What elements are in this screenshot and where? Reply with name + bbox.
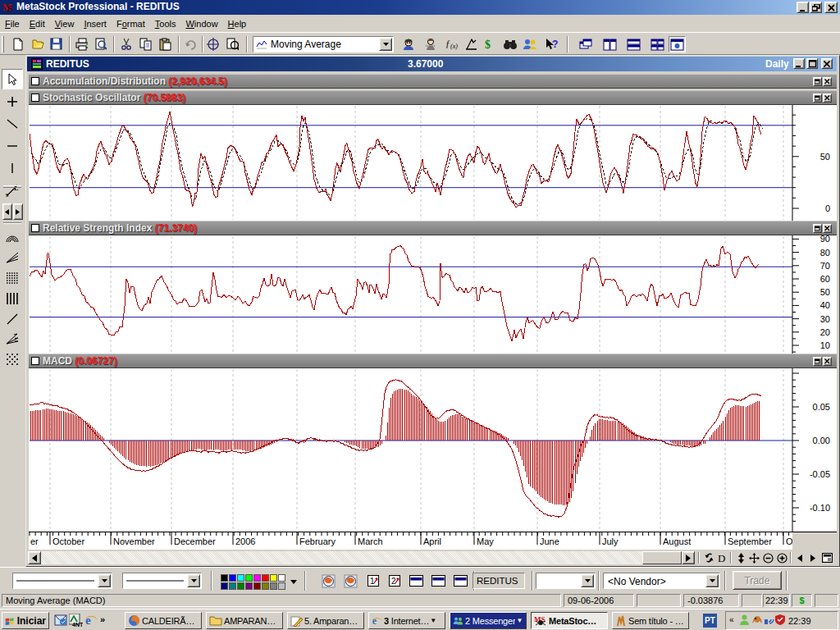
svg-text:80: 80	[820, 248, 830, 258]
svg-text:50: 50	[820, 287, 830, 297]
svg-text:50: 50	[820, 152, 830, 162]
svg-text:e: e	[85, 614, 91, 627]
svg-text:1: 1	[370, 577, 375, 586]
svg-text:e: e	[372, 615, 377, 627]
svg-text:90: 90	[820, 235, 830, 244]
svg-text:10: 10	[820, 340, 830, 350]
svg-text:-0.10: -0.10	[810, 503, 830, 513]
svg-text:-0.05: -0.05	[810, 469, 830, 479]
svg-text:0.00: 0.00	[813, 436, 830, 445]
svg-text:20: 20	[820, 327, 830, 337]
svg-text:(x): (x)	[450, 43, 458, 50]
svg-text:4NT: 4NT	[72, 622, 83, 628]
svg-text:60: 60	[820, 274, 830, 284]
svg-text:30: 30	[820, 314, 830, 324]
svg-text:70: 70	[820, 261, 830, 271]
svg-text:40: 40	[820, 300, 830, 310]
svg-text:S: S	[7, 3, 12, 13]
svg-text:0: 0	[825, 203, 830, 213]
svg-text:$: $	[485, 39, 491, 51]
svg-text:s: s	[6, 191, 8, 198]
svg-text:0.05: 0.05	[813, 402, 830, 412]
svg-text:2: 2	[391, 577, 396, 586]
svg-text:?: ?	[552, 39, 558, 50]
svg-text:D: D	[718, 553, 725, 563]
